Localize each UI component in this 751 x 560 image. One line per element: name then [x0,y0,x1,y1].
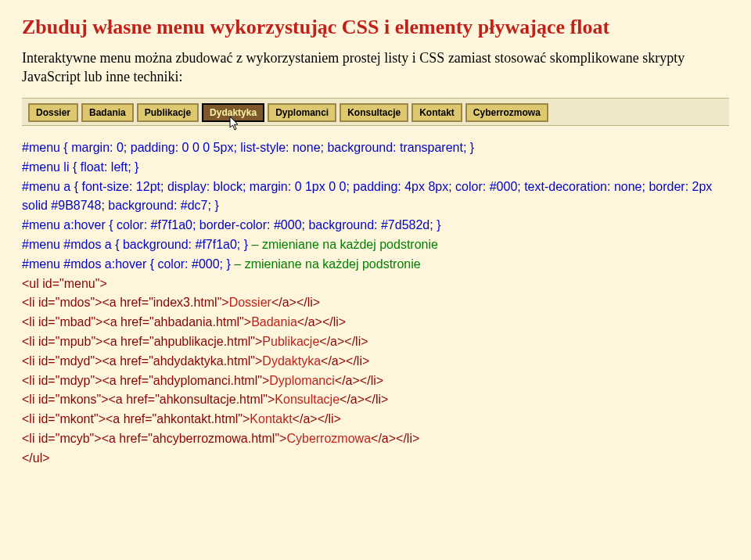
html-li-8-close: </a></li> [371,432,419,445]
slide-page: Zbuduj własne menu wykorzystując CSS i e… [0,0,751,484]
html-li-7: <li id="mkont"><a href="ahkontakt.html">… [22,410,729,429]
html-li-5-open: <li id="mdyp"><a href="ahdyplomanci.html… [22,374,269,387]
css-line-1: #menu { margin: 0; padding: 0 0 0 5px; l… [22,138,729,158]
html-li-5-close: </a></li> [335,374,383,387]
html-li-2-text: Badania [251,315,297,328]
html-li-4-open: <li id="mdyd"><a href="ahdydaktyka.html"… [22,354,262,368]
html-li-1-text: Dossier [229,296,271,309]
html-li-4: <li id="mdyd"><a href="ahdydaktyka.html"… [22,352,729,372]
html-li-7-text: Kontakt [250,412,292,425]
css-line-4: #menu a:hover { color: #f7f1a0; border-c… [22,216,729,235]
css-line-5-note: – zmieniane na każdej podstronie [248,238,438,251]
html-li-5-text: Dyplomanci [269,374,335,387]
html-li-3-open: <li id="mpub"><a href="ahpublikacje.html… [22,335,262,348]
code-block: #menu { margin: 0; padding: 0 0 0 5px; l… [22,138,729,468]
menu-bar: Dossier Badania Publikacje Dydaktyka Dyp… [22,98,729,126]
html-li-6-text: Konsultacje [275,393,340,406]
html-li-1-close: </a></li> [271,296,320,309]
html-li-3-close: </a></li> [319,335,368,348]
page-title: Zbuduj własne menu wykorzystując CSS i e… [22,16,729,39]
css-line-6-note: – zmieniane na każdej podstronie [231,257,421,271]
html-li-4-close: </a></li> [321,354,369,368]
css-line-6: #menu #mdos a:hover { color: #000; } – z… [22,255,729,275]
menu-item-dossier[interactable]: Dossier [28,103,78,122]
menu-item-active-wrap: Dydaktyka [202,103,268,122]
html-li-3-text: Publikacje [262,335,319,348]
html-li-2-open: <li id="mbad"><a href="ahbadania.html"> [22,315,251,328]
css-line-3: #menu a { font-size: 12pt; display: bloc… [22,178,729,217]
menu-item-publikacje[interactable]: Publikacje [137,103,199,122]
html-li-6-open: <li id="mkons"><a href="ahkonsultacje.ht… [22,393,275,406]
menu-item-konsultacje[interactable]: Konsultacje [340,103,408,122]
css-line-5-code: #menu #mdos a { background: #f7f1a0; } [22,238,248,251]
html-li-6-close: </a></li> [340,393,388,406]
css-line-2: #menu li { float: left; } [22,158,729,178]
html-li-1-open: <li id="mdos"><a href="index3.html"> [22,296,229,309]
menu-item-dyplomanci[interactable]: Dyplomanci [268,103,336,122]
html-li-5: <li id="mdyp"><a href="ahdyplomanci.html… [22,372,729,391]
html-li-8-text: Cyberrozmowa [286,432,371,445]
html-li-7-open: <li id="mkont"><a href="ahkontakt.html"> [22,412,250,425]
html-li-8-open: <li id="mcyb"><a href="ahcyberrozmowa.ht… [22,432,286,445]
html-li-2: <li id="mbad"><a href="ahbadania.html">B… [22,313,729,332]
menu-item-badania[interactable]: Badania [81,103,134,122]
html-li-4-text: Dydaktyka [262,354,321,368]
intro-paragraph: Interaktywne menu można zbudować z wykor… [22,48,729,87]
html-li-6: <li id="mkons"><a href="ahkonsultacje.ht… [22,390,729,410]
html-ul-close: </ul> [22,449,729,468]
css-line-6-code: #menu #mdos a:hover { color: #000; } [22,257,231,271]
menu-item-kontakt[interactable]: Kontakt [411,103,462,122]
html-ul-open: <ul id="menu"> [22,275,729,294]
menu-item-cyberrozmowa[interactable]: Cyberrozmowa [465,103,548,122]
html-li-7-close: </a></li> [293,412,341,425]
css-line-5: #menu #mdos a { background: #f7f1a0; } –… [22,235,729,255]
html-li-3: <li id="mpub"><a href="ahpublikacje.html… [22,332,729,352]
html-li-2-close: </a></li> [297,315,346,328]
html-li-1: <li id="mdos"><a href="index3.html">Doss… [22,293,729,313]
html-li-8: <li id="mcyb"><a href="ahcyberrozmowa.ht… [22,429,729,449]
menu-item-dydaktyka[interactable]: Dydaktyka [202,103,264,122]
